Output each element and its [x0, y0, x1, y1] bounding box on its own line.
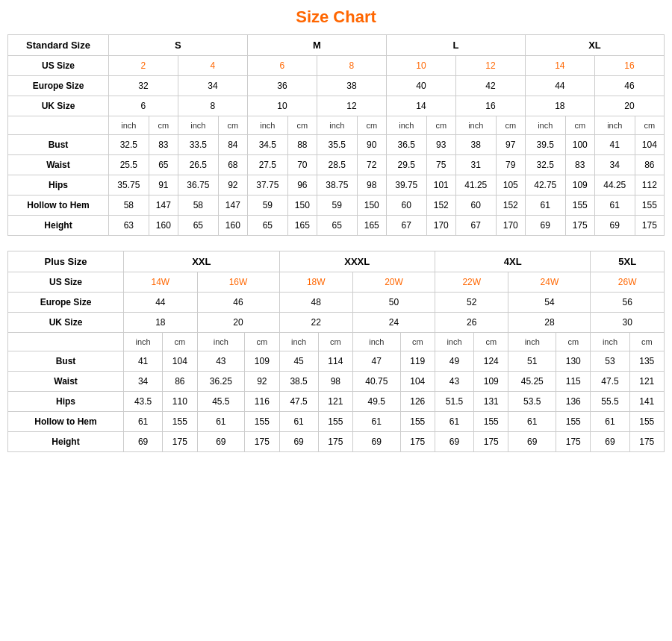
unit-inch-2: inch [178, 116, 218, 135]
uk-xl2: 20 [594, 96, 664, 116]
plus-unit-cm-2: cm [245, 333, 279, 351]
us-size-label: US Size [8, 56, 109, 76]
plus-unit-inch-7: inch [591, 333, 629, 351]
us-xl1: 14 [525, 56, 594, 76]
xxl-header: XXL [124, 251, 279, 272]
plus-unit-inch-2: inch [197, 333, 245, 351]
unit-cm-3: cm [287, 116, 317, 135]
plus-unit-cm-4: cm [400, 333, 435, 351]
hips-row: Hips 35.7591 36.7592 37.7596 38.7598 39.… [8, 175, 665, 196]
unit-inch-4: inch [317, 116, 357, 135]
unit-cm-6: cm [496, 116, 525, 135]
uk-l1: 14 [386, 96, 455, 116]
plus-height-row: Height 69175 69175 69175 69175 69175 691… [8, 432, 665, 452]
eu-m1: 36 [247, 76, 317, 96]
plus-uk-xxl1: 18 [124, 313, 198, 333]
plus-unit-inch-1: inch [124, 333, 163, 351]
bust-row: Bust 32.583 33.584 34.588 35.590 36.593 … [8, 135, 665, 155]
unit-inch-3: inch [247, 116, 287, 135]
plus-size-label: Plus Size [8, 251, 124, 272]
standard-size-label: Standard Size [8, 35, 109, 56]
waist-row: Waist 25.565 26.568 27.570 28.572 29.575… [8, 155, 665, 175]
4xl-header: 4XL [435, 251, 590, 272]
uk-s1: 6 [108, 96, 178, 116]
plus-uk-xxxl1: 22 [279, 313, 353, 333]
unit-inch-6: inch [455, 116, 496, 135]
plus-bust-row: Bust 41104 43109 45114 47119 49124 51130… [8, 351, 665, 372]
uk-m1: 10 [247, 96, 317, 116]
height-row: Height 63160 65160 65165 65165 67170 671… [8, 216, 665, 236]
eu-xl1: 44 [525, 76, 594, 96]
plus-us-xxl2: 16W [197, 272, 279, 293]
eu-l2: 42 [455, 76, 525, 96]
plus-uk-5xl1: 30 [591, 313, 665, 333]
page-title: Size Chart [7, 7, 665, 27]
unit-cm-5: cm [426, 116, 455, 135]
plus-uk-size-label: UK Size [8, 313, 124, 333]
plus-us-xxl1: 14W [124, 272, 198, 293]
plus-unit-inch-3: inch [279, 333, 318, 351]
uk-size-label: UK Size [8, 96, 109, 116]
unit-cm-2: cm [218, 116, 247, 135]
plus-unit-inch-4: inch [353, 333, 401, 351]
plus-eu-5xl1: 56 [591, 293, 665, 313]
unit-inch-7: inch [525, 116, 565, 135]
plus-us-4xl1: 22W [435, 272, 508, 293]
plus-unit-cm-3: cm [318, 333, 352, 351]
us-m2: 8 [317, 56, 386, 76]
plus-hollow-row: Hollow to Hem 61155 61155 61155 61155 61… [8, 412, 665, 432]
unit-inch-1: inch [108, 116, 149, 135]
unit-cm-1: cm [149, 116, 178, 135]
eu-s1: 32 [108, 76, 178, 96]
unit-cm-4: cm [357, 116, 386, 135]
plus-us-5xl1: 26W [591, 272, 665, 293]
plus-eu-4xl1: 52 [435, 293, 508, 313]
plus-uk-4xl1: 26 [435, 313, 508, 333]
plus-us-4xl2: 24W [508, 272, 591, 293]
plus-europe-size-label: Europe Size [8, 293, 124, 313]
plus-us-xxxl2: 20W [353, 272, 435, 293]
l-header: L [386, 35, 525, 56]
eu-m2: 38 [317, 76, 386, 96]
xxxl-header: XXXL [279, 251, 435, 272]
uk-s2: 8 [178, 96, 247, 116]
plus-unit-cm-7: cm [629, 333, 664, 351]
standard-size-chart: Standard Size S M L XL US Size 2 4 6 8 1… [7, 34, 665, 236]
plus-eu-xxl1: 44 [124, 293, 198, 313]
plus-waist-row: Waist 3486 36.2592 38.598 40.75104 43109… [8, 372, 665, 392]
plus-us-xxxl1: 18W [279, 272, 353, 293]
us-l2: 12 [455, 56, 525, 76]
eu-xl2: 46 [594, 76, 664, 96]
uk-xl1: 18 [525, 96, 594, 116]
uk-m2: 12 [317, 96, 386, 116]
m-header: M [247, 35, 386, 56]
plus-us-size-label: US Size [8, 272, 124, 293]
xl-header: XL [525, 35, 664, 56]
us-l1: 10 [386, 56, 455, 76]
eu-l1: 40 [386, 76, 455, 96]
uk-l2: 16 [455, 96, 525, 116]
plus-unit-cm-1: cm [163, 333, 197, 351]
standard-table: Standard Size S M L XL US Size 2 4 6 8 1… [7, 34, 665, 236]
s-header: S [108, 35, 247, 56]
unit-inch-5: inch [386, 116, 426, 135]
plus-table: Plus Size XXL XXXL 4XL 5XL US Size 14W 1… [7, 251, 665, 452]
plus-uk-xxl2: 20 [197, 313, 279, 333]
plus-unit-inch-5: inch [435, 333, 473, 351]
plus-unit-cm-6: cm [556, 333, 591, 351]
5xl-header: 5XL [591, 251, 665, 272]
plus-eu-4xl2: 54 [508, 293, 591, 313]
plus-uk-xxxl2: 24 [353, 313, 435, 333]
plus-hips-row: Hips 43.5110 45.5116 47.5121 49.5126 51.… [8, 392, 665, 412]
plus-eu-xxl2: 46 [197, 293, 279, 313]
plus-uk-4xl2: 28 [508, 313, 591, 333]
eu-s2: 34 [178, 76, 247, 96]
europe-size-label: Europe Size [8, 76, 109, 96]
plus-eu-xxxl2: 50 [353, 293, 435, 313]
unit-cm-7: cm [565, 116, 594, 135]
unit-inch-8: inch [594, 116, 635, 135]
us-s1: 2 [108, 56, 178, 76]
plus-size-chart: Plus Size XXL XXXL 4XL 5XL US Size 14W 1… [7, 251, 665, 452]
us-xl2: 16 [594, 56, 664, 76]
plus-eu-xxxl1: 48 [279, 293, 353, 313]
